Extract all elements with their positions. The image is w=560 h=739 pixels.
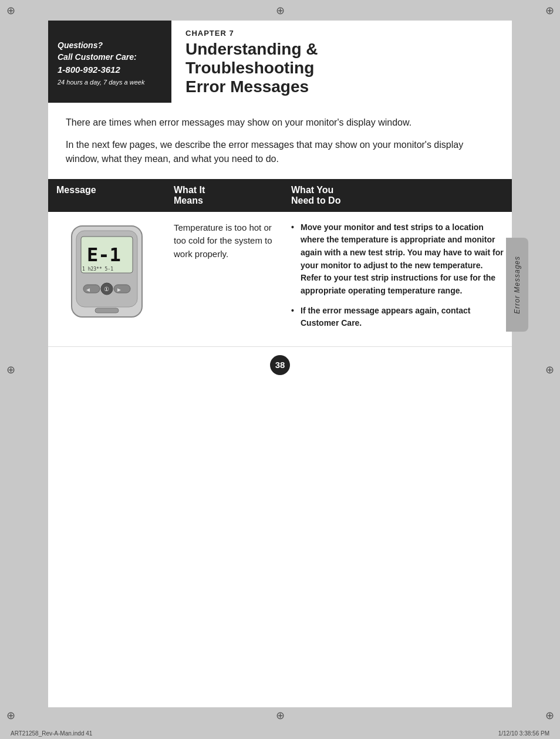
table-cell-what-you-need: Move your monitor and test strips to a l… xyxy=(283,212,512,347)
reg-mark-mid-left: ⊕ xyxy=(5,364,16,376)
table-row: E-1 1 h23** 5-1 ① ◄ ► xyxy=(48,212,512,347)
list-item-1: Move your monitor and test strips to a l… xyxy=(291,221,504,298)
svg-text:1 h23** 5-1: 1 h23** 5-1 xyxy=(82,266,113,272)
footer-left: ART21258_Rev-A-Man.indd 41 xyxy=(11,730,92,737)
page-number-badge: 38 xyxy=(270,355,290,375)
page-outer: ⊕ ⊕ ⊕ ⊕ ⊕ ⊕ ⊕ ⊕ Error Messages Questions… xyxy=(0,0,560,739)
what-you-need-list: Move your monitor and test strips to a l… xyxy=(291,221,504,330)
monitor-device-image: E-1 1 h23** 5-1 ① ◄ ► xyxy=(66,221,148,321)
error-table: Message What ItMeans What YouNeed to Do xyxy=(48,179,512,347)
footer-right: 1/12/10 3:38:56 PM xyxy=(498,730,549,737)
questions-box: Questions?Call Customer Care: 1-800-992-… xyxy=(48,21,171,103)
svg-text:①: ① xyxy=(104,286,109,292)
header-area: Questions?Call Customer Care: 1-800-992-… xyxy=(48,21,512,103)
chapter-main-title: Understanding &TroubleshootingError Mess… xyxy=(185,40,500,97)
svg-rect-11 xyxy=(95,308,119,313)
questions-hours: 24 hours a day, 7 days a week xyxy=(58,79,162,86)
svg-text:◄: ◄ xyxy=(85,286,91,293)
header-what-you-need: What YouNeed to Do xyxy=(283,179,512,212)
side-tab: Error Messages xyxy=(506,238,528,332)
intro-paragraph-2: In the next few pages, we describe the e… xyxy=(66,138,494,166)
table-header-row: Message What ItMeans What YouNeed to Do xyxy=(48,179,512,212)
reg-mark-top-left: ⊕ xyxy=(5,5,16,16)
chapter-label: CHAPTER 7 xyxy=(185,29,500,38)
header-message: Message xyxy=(48,179,166,212)
intro-paragraph-1: There are times when error messages may … xyxy=(66,116,494,130)
list-item-2: If the error message appears again, cont… xyxy=(291,305,504,330)
reg-mark-bottom-left: ⊕ xyxy=(5,710,16,721)
reg-mark-bottom-right: ⊕ xyxy=(544,710,555,721)
reg-mark-top-right: ⊕ xyxy=(544,5,555,16)
header-what-it-means: What ItMeans xyxy=(166,179,283,212)
intro-section: There are times when error messages may … xyxy=(48,103,512,166)
side-tab-label: Error Messages xyxy=(513,256,521,314)
reg-mark-mid-right: ⊕ xyxy=(544,364,555,376)
reg-mark-bottom-center: ⊕ xyxy=(274,710,286,721)
svg-text:►: ► xyxy=(116,286,122,293)
page-footer: ART21258_Rev-A-Man.indd 41 1/12/10 3:38:… xyxy=(0,727,560,739)
what-it-means-text: Temperature is too hot or too cold for t… xyxy=(174,222,272,259)
questions-phone: 1-800-992-3612 xyxy=(58,64,162,76)
questions-title: Questions?Call Customer Care: xyxy=(58,40,162,63)
reg-mark-top-center: ⊕ xyxy=(274,5,286,16)
svg-text:E-1: E-1 xyxy=(87,244,121,266)
table-cell-message: E-1 1 h23** 5-1 ① ◄ ► xyxy=(48,212,166,347)
page-number-area: 38 xyxy=(48,347,512,381)
what-you-need-text: Move your monitor and test strips to a l… xyxy=(291,221,504,330)
table-cell-what-it-means: Temperature is too hot or too cold for t… xyxy=(166,212,283,347)
page-content: Error Messages Questions?Call Customer C… xyxy=(48,21,512,707)
chapter-title-area: CHAPTER 7 Understanding &Troubleshooting… xyxy=(171,21,512,103)
